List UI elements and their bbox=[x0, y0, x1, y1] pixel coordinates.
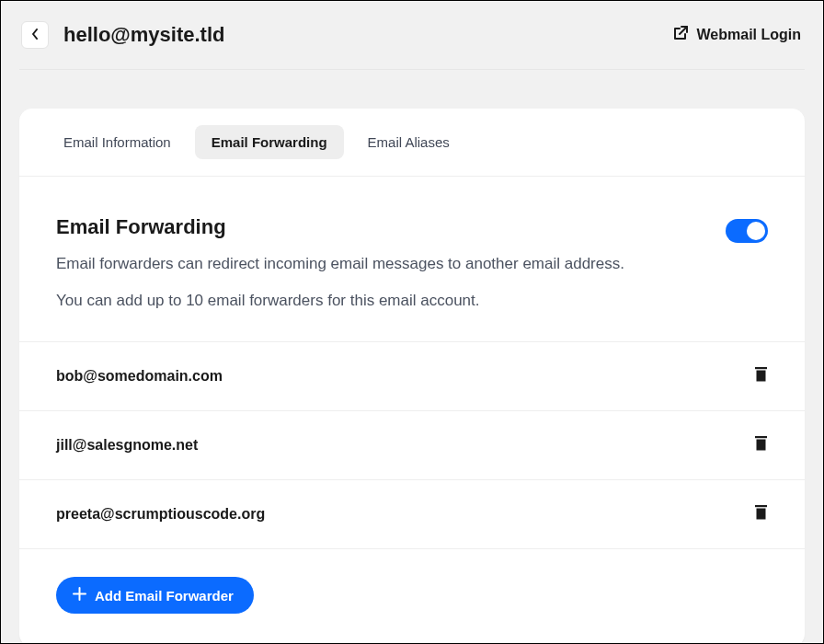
section-text: Email Forwarding Email forwarders can re… bbox=[56, 215, 624, 312]
tab-email-aliases[interactable]: Email Aliases bbox=[351, 125, 466, 159]
svg-rect-2 bbox=[756, 371, 765, 382]
list-item: bob@somedomain.com bbox=[19, 342, 805, 411]
forwarder-email: preeta@scrumptiouscode.org bbox=[56, 506, 265, 523]
section-title: Email Forwarding bbox=[56, 215, 624, 239]
section-description: Email forwarders can redirect incoming e… bbox=[56, 252, 624, 276]
list-item: preeta@scrumptiouscode.org bbox=[19, 480, 805, 549]
trash-icon bbox=[755, 436, 767, 454]
section-header: Email Forwarding Email forwarders can re… bbox=[56, 215, 768, 312]
webmail-login-link[interactable]: Webmail Login bbox=[673, 26, 801, 44]
topbar: hello@mysite.tld Webmail Login bbox=[1, 1, 823, 69]
tab-email-information[interactable]: Email Information bbox=[47, 125, 188, 159]
webmail-login-label: Webmail Login bbox=[697, 27, 801, 43]
toggle-knob bbox=[747, 222, 765, 240]
forwarders-list: bob@somedomain.com jill@salesgnome.net bbox=[19, 342, 805, 549]
plus-icon bbox=[73, 587, 86, 604]
svg-rect-3 bbox=[755, 436, 767, 438]
tab-email-forwarding[interactable]: Email Forwarding bbox=[195, 125, 344, 159]
svg-rect-5 bbox=[755, 505, 767, 507]
forwarder-email: jill@salesgnome.net bbox=[56, 437, 198, 454]
trash-icon bbox=[755, 505, 767, 523]
chevron-left-icon bbox=[31, 27, 39, 43]
svg-rect-1 bbox=[755, 367, 767, 369]
delete-button[interactable] bbox=[753, 437, 768, 454]
list-item: jill@salesgnome.net bbox=[19, 411, 805, 480]
main-card: Email Information Email Forwarding Email… bbox=[19, 109, 805, 644]
add-forwarder-label: Add Email Forwarder bbox=[95, 588, 234, 604]
footer: Add Email Forwarder bbox=[19, 549, 805, 644]
svg-rect-6 bbox=[756, 509, 765, 520]
back-button[interactable] bbox=[21, 21, 49, 49]
svg-line-0 bbox=[680, 27, 687, 34]
svg-rect-4 bbox=[756, 440, 765, 451]
external-link-icon bbox=[673, 26, 688, 44]
delete-button[interactable] bbox=[753, 506, 768, 523]
section-note: You can add up to 10 email forwarders fo… bbox=[56, 289, 624, 313]
divider bbox=[19, 69, 805, 70]
forwarding-section: Email Forwarding Email forwarders can re… bbox=[19, 177, 805, 342]
topbar-left: hello@mysite.tld bbox=[21, 21, 224, 49]
add-forwarder-button[interactable]: Add Email Forwarder bbox=[56, 577, 254, 614]
tabs: Email Information Email Forwarding Email… bbox=[19, 109, 805, 177]
page-title: hello@mysite.tld bbox=[63, 23, 224, 47]
delete-button[interactable] bbox=[753, 368, 768, 385]
trash-icon bbox=[755, 367, 767, 385]
forwarding-toggle[interactable] bbox=[726, 219, 768, 243]
forwarder-email: bob@somedomain.com bbox=[56, 368, 223, 385]
